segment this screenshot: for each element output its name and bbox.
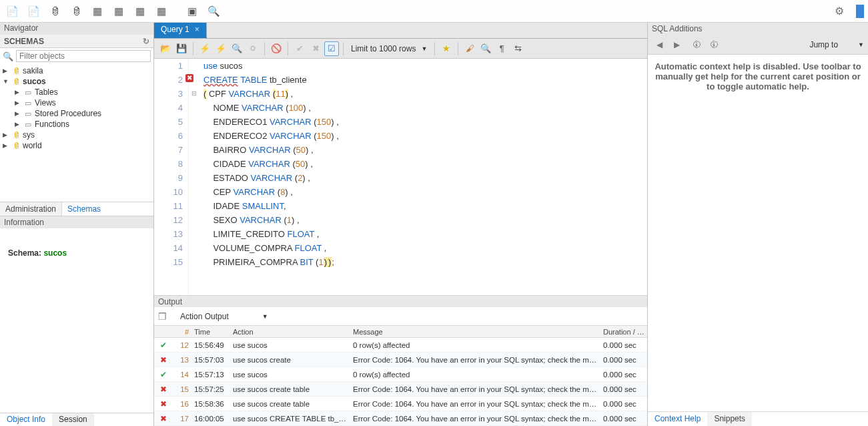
db-import-icon[interactable]: ▦ xyxy=(153,3,169,19)
schema-child-tables[interactable]: ▶▭Tables xyxy=(0,87,153,97)
tab-object-info[interactable]: Object Info xyxy=(0,413,52,426)
information-body: Schema: sucos xyxy=(0,228,153,278)
col-num: # xyxy=(173,328,191,336)
right-bottom-tabs: Context Help Snippets xyxy=(648,411,868,426)
search-icon[interactable]: 🔍 xyxy=(205,3,222,19)
output-row[interactable]: ✖ 13 15:57:03 use sucos create Error Cod… xyxy=(154,353,647,367)
db-inspector-icon[interactable]: 🛢 xyxy=(47,3,63,19)
output-header-row: # Time Action Message Duration / Fetch xyxy=(154,326,647,338)
schema-item-sys[interactable]: ▶🛢sys xyxy=(0,130,153,140)
tab-administration[interactable]: Administration xyxy=(0,202,62,216)
save-file-icon[interactable]: 💾 xyxy=(174,41,189,56)
navigator-panel: Navigator SCHEMAS ↻ 🔍 ▶🛢sakila▼🛢sucos▶▭T… xyxy=(0,23,154,426)
tab-schemas[interactable]: Schemas xyxy=(62,202,106,216)
sql-additions-panel: SQL Additions ◀ ▶ 🛈 🛈 Jump to ▼ Automati… xyxy=(648,23,868,426)
beautify-icon[interactable]: 🖌 xyxy=(462,41,477,56)
stop-icon[interactable]: ⭘ xyxy=(246,41,260,56)
tab-session[interactable]: Session xyxy=(52,413,94,426)
find-icon[interactable]: 🔍 xyxy=(478,41,493,56)
schema-child-stored-procedures[interactable]: ▶▭Stored Procedures xyxy=(0,108,153,119)
col-action: Action xyxy=(230,328,350,336)
nav-fwd-icon[interactable]: ▶ xyxy=(669,37,684,52)
information-title: Information xyxy=(0,216,153,228)
jump-to-select[interactable]: Jump to ▼ xyxy=(809,40,864,49)
gear-icon[interactable]: ⚙ xyxy=(835,5,848,18)
col-time: Time xyxy=(191,328,230,336)
output-row[interactable]: ✔ 14 15:57:13 use sucos 0 row(s) affecte… xyxy=(154,367,647,382)
schema-item-sakila[interactable]: ▶🛢sakila xyxy=(0,65,153,76)
query-toolbar: 📂 💾 ⚡ ⚡ 🔍 ⭘ 🚫 ✔ ✖ ☑ Limit to 1000 rows ▼… xyxy=(154,39,647,59)
query-tab-1[interactable]: Query 1 × xyxy=(154,23,207,38)
preferences-icon[interactable]: ▣ xyxy=(184,3,200,19)
schema-item-sucos[interactable]: ▼🛢sucos xyxy=(0,76,153,87)
schemas-header: SCHEMAS ↻ xyxy=(0,35,153,48)
close-tab-icon[interactable]: × xyxy=(195,25,199,34)
nav-back-icon[interactable]: ◀ xyxy=(652,37,667,52)
schema-tree: ▶🛢sakila▼🛢sucos▶▭Tables▶▭Views▶▭Stored P… xyxy=(0,64,153,202)
output-table: # Time Action Message Duration / Fetch ✔… xyxy=(154,326,647,426)
commit-icon[interactable]: ✔ xyxy=(292,41,307,56)
tab-context-help[interactable]: Context Help xyxy=(648,412,707,426)
output-title: Output xyxy=(154,295,647,307)
help-auto-icon[interactable]: 🛈 xyxy=(707,37,721,52)
output-list-icon[interactable]: ❐ xyxy=(158,311,167,322)
help-manual-icon[interactable]: 🛈 xyxy=(689,37,704,52)
schemas-label: SCHEMAS xyxy=(4,37,44,46)
info-bottom-tabs: Object Info Session xyxy=(0,413,153,426)
autocommit-toggle[interactable]: ☑ xyxy=(324,41,339,56)
right-toolbar: ◀ ▶ 🛈 🛈 Jump to ▼ xyxy=(648,35,868,55)
output-row[interactable]: ✖ 16 15:58:36 use sucos create table Err… xyxy=(154,397,647,411)
query-tabs: Query 1 × xyxy=(154,23,647,39)
app-toolbar: 📄 📄 🛢 🛢 ▦ ▦ ▦ ▦ ▣ 🔍 ⚙ xyxy=(0,0,868,23)
nav-bottom-tabs: Administration Schemas xyxy=(0,202,153,216)
row-limit-select[interactable]: Limit to 1000 rows ▼ xyxy=(348,43,430,54)
open-file-icon[interactable]: 📂 xyxy=(158,41,173,56)
schema-child-functions[interactable]: ▶▭Functions xyxy=(0,119,153,130)
execute-icon[interactable]: ⚡ xyxy=(197,41,212,56)
invisibles-icon[interactable]: ⇆ xyxy=(510,41,525,56)
db-status-icon[interactable]: ▦ xyxy=(89,3,105,19)
refresh-icon[interactable]: ↻ xyxy=(143,37,149,46)
output-row[interactable]: ✔ 12 15:56:49 use sucos 0 row(s) affecte… xyxy=(154,338,647,353)
schema-value: sucos xyxy=(43,248,67,258)
row-limit-label: Limit to 1000 rows xyxy=(351,44,416,53)
filter-objects-input[interactable] xyxy=(16,50,151,62)
navigator-title: Navigator xyxy=(0,23,153,35)
explain-icon[interactable]: 🔍 xyxy=(230,41,244,56)
rollback-icon[interactable]: ✖ xyxy=(308,41,323,56)
panel-toggle[interactable] xyxy=(856,5,864,18)
sql-additions-title: SQL Additions xyxy=(648,23,868,35)
sql-editor[interactable]: 123456789101112131415 ⊟ use sucosCREATE … xyxy=(154,59,647,295)
schema-child-views[interactable]: ▶▭Views xyxy=(0,97,153,108)
open-sql-icon[interactable]: 📄 xyxy=(25,3,41,19)
output-selector[interactable]: Action Output ▼ xyxy=(180,312,268,321)
tab-snippets[interactable]: Snippets xyxy=(707,412,752,426)
query-tab-label: Query 1 xyxy=(161,25,189,34)
col-duration: Duration / Fetch xyxy=(600,328,647,336)
filter-search-icon: 🔍 xyxy=(3,51,13,61)
db-users-icon[interactable]: ▦ xyxy=(111,3,127,19)
new-sql-tab-icon[interactable]: 📄 xyxy=(4,3,20,19)
dropdown-caret-icon: ▼ xyxy=(421,45,427,52)
output-row[interactable]: ✖ 17 16:00:05 use sucos CREATE TABLE tb_… xyxy=(154,411,647,426)
execute-cursor-icon[interactable]: ⚡ xyxy=(213,41,228,56)
center-panel: Query 1 × 📂 💾 ⚡ ⚡ 🔍 ⭘ 🚫 ✔ ✖ ☑ Limit to 1… xyxy=(154,23,648,426)
wrap-icon[interactable]: ¶ xyxy=(494,41,509,56)
output-row[interactable]: ✖ 15 15:57:25 use sucos create table Err… xyxy=(154,382,647,397)
schema-key: Schema: xyxy=(8,248,41,258)
col-message: Message xyxy=(350,328,600,336)
context-help-body: Automatic context help is disabled. Use … xyxy=(648,55,868,411)
db-icon[interactable]: 🛢 xyxy=(68,3,84,19)
schema-item-world[interactable]: ▶🛢world xyxy=(0,140,153,151)
output-controls: ❐ Action Output ▼ xyxy=(154,307,647,326)
favorite-icon[interactable]: ★ xyxy=(439,41,454,56)
no-limit-icon[interactable]: 🚫 xyxy=(269,41,284,56)
db-export-icon[interactable]: ▦ xyxy=(132,3,148,19)
